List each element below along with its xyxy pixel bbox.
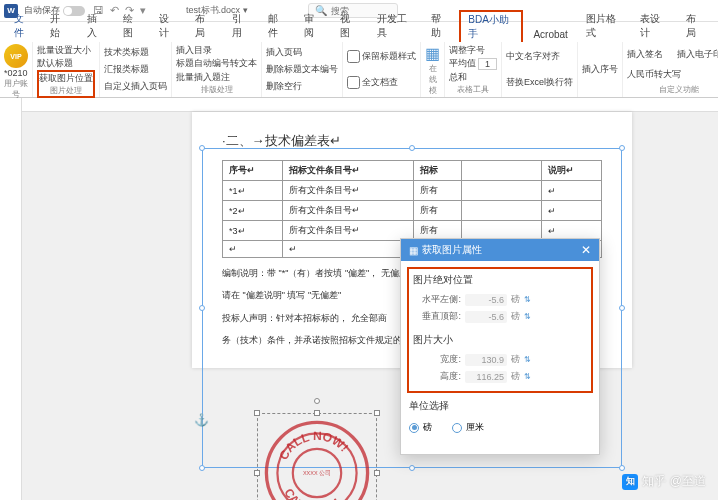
insert-seq-button[interactable]: 插入序号 <box>582 63 618 76</box>
table-header: 序号↵ <box>223 161 283 181</box>
spinner-icon[interactable]: ⇅ <box>524 312 534 321</box>
ribbon-group-7: 调整字号 平均值 1 总和 表格工具 <box>445 42 502 97</box>
ribbon-group-6: ▦ 在线模板 <box>421 42 445 97</box>
rotate-handle-icon[interactable] <box>314 398 320 404</box>
average-button[interactable]: 平均值 1 <box>449 57 497 70</box>
template-icon[interactable]: ▦ <box>425 44 440 63</box>
ribbon-group-9: 插入序号 <box>578 42 623 97</box>
ribbon-tabs: 文件 开始 插入 绘图 设计 布局 引用 邮件 审阅 视图 开发工具 帮助 BD… <box>0 22 718 42</box>
table-header: 招标文件条目号↵ <box>283 161 413 181</box>
tab-developer[interactable]: 开发工具 <box>369 10 422 42</box>
toggle-off-icon[interactable] <box>63 6 85 16</box>
horizontal-ruler[interactable] <box>22 98 718 112</box>
section-title-unit: 单位选择 <box>409 399 591 413</box>
unit-label: 磅 <box>511 293 520 306</box>
dialog-highlighted-section: 图片绝对位置 水平左侧: -5.6 磅 ⇅ 垂直顶部: -5.6 磅 ⇅ 图片大… <box>407 267 593 393</box>
batch-size-button[interactable]: 批量设置大小 <box>37 44 91 57</box>
unit-label: 磅 <box>511 310 520 323</box>
tab-view[interactable]: 视图 <box>332 10 366 42</box>
full-doc-check-checkbox[interactable]: 全文档查 <box>347 76 398 89</box>
table-header: 招标 <box>413 161 461 181</box>
tab-acrobat[interactable]: Acrobat <box>525 27 575 42</box>
keep-title-style-checkbox[interactable]: 保留标题样式 <box>347 50 416 63</box>
anchor-icon[interactable]: ⚓ <box>194 413 209 427</box>
tab-file[interactable]: 文件 <box>6 10 40 42</box>
radio-cm[interactable]: 厘米 <box>452 421 484 434</box>
ribbon-group-8: 中文名字对齐 替换Excel换行符 <box>502 42 578 97</box>
del-title-num-button[interactable]: 删除标题文本编号 <box>266 63 338 76</box>
tab-mailings[interactable]: 邮件 <box>260 10 294 42</box>
tab-references[interactable]: 引用 <box>224 10 258 42</box>
doc-section-title: ·二、→技术偏差表↵ <box>222 132 602 150</box>
radio-on-icon <box>409 423 419 433</box>
table-row: *2↵所有文件条目号↵所有↵ <box>223 201 602 221</box>
tab-layout[interactable]: 布局 <box>187 10 221 42</box>
height-value[interactable]: 116.25 <box>465 371 507 383</box>
tab-table-layout[interactable]: 布局 <box>678 10 712 42</box>
dialog-title-text: 获取图片属性 <box>422 243 482 257</box>
vip-badge-icon: VIP <box>4 44 28 68</box>
ribbon: VIP *0210 用户账号 批量设置大小 默认标题 获取图片位置 图片处理 技… <box>0 42 718 98</box>
spinner-icon[interactable]: ⇅ <box>524 372 534 381</box>
close-icon[interactable]: ✕ <box>581 243 591 257</box>
ribbon-group-3: 插入目录 标题自动编号转文本 批量插入题注 排版处理 <box>172 42 262 97</box>
section-title-size: 图片大小 <box>413 333 587 347</box>
default-title-button[interactable]: 默认标题 <box>37 57 73 70</box>
tab-picture-format[interactable]: 图片格式 <box>578 10 631 42</box>
table-row: 序号↵ 招标文件条目号↵ 招标 说明↵ <box>223 161 602 181</box>
del-empty-lines-button[interactable]: 删除空行 <box>266 80 302 93</box>
h-left-value[interactable]: -5.6 <box>465 294 507 306</box>
width-label: 宽度: <box>413 353 461 366</box>
spinner-icon[interactable]: ⇅ <box>524 295 534 304</box>
ribbon-group-2: 技术类标题 汇报类标题 自定义插入页码 <box>100 42 172 97</box>
v-top-value[interactable]: -5.6 <box>465 311 507 323</box>
vertical-ruler[interactable] <box>0 98 22 500</box>
tech-title-button[interactable]: 技术类标题 <box>104 46 149 59</box>
group-label-custom: 自定义功能 <box>627 84 718 95</box>
insert-toc-button[interactable]: 插入目录 <box>176 44 212 57</box>
group-label-image: 图片处理 <box>39 85 93 96</box>
cn-name-align-button[interactable]: 中文名字对齐 <box>506 50 560 63</box>
rmb-upper-button[interactable]: 人民币转大写 <box>627 68 681 81</box>
get-image-position-button[interactable]: 获取图片位置 <box>39 72 93 85</box>
highlighted-get-image-pos: 获取图片位置 图片处理 <box>37 70 95 98</box>
sum-button[interactable]: 总和 <box>449 71 467 84</box>
image-properties-dialog[interactable]: ▦获取图片属性 ✕ 图片绝对位置 水平左侧: -5.6 磅 ⇅ 垂直顶部: -5… <box>400 238 600 455</box>
radio-pt[interactable]: 磅 <box>409 421 432 434</box>
font-size-button[interactable]: 调整字号 <box>449 44 485 57</box>
tab-review[interactable]: 审阅 <box>296 10 330 42</box>
custom-page-num-button[interactable]: 自定义插入页码 <box>104 80 167 93</box>
unit-label: 磅 <box>511 353 520 366</box>
table-header: 说明↵ <box>541 161 601 181</box>
watermark: 知 知乎 @至道 <box>622 473 706 490</box>
height-label: 高度: <box>413 370 461 383</box>
group-label-user: 用户账号 <box>4 78 28 100</box>
ribbon-group-5: 保留标题样式 全文档查 <box>343 42 421 97</box>
dialog-titlebar[interactable]: ▦获取图片属性 ✕ <box>401 239 599 261</box>
replace-excel-br-button[interactable]: 替换Excel换行符 <box>506 76 573 89</box>
group-label-table: 表格工具 <box>449 84 497 95</box>
ribbon-group-user: VIP *0210 用户账号 <box>0 42 33 97</box>
tab-table-design[interactable]: 表设计 <box>632 10 675 42</box>
title-autonum-button[interactable]: 标题自动编号转文本 <box>176 57 257 70</box>
report-title-button[interactable]: 汇报类标题 <box>104 63 149 76</box>
tab-bda-helper[interactable]: BDA小助手 <box>459 10 523 42</box>
insert-stamp-button[interactable]: 插入电子印章 <box>677 48 718 61</box>
batch-caption-button[interactable]: 批量插入题注 <box>176 71 230 84</box>
group-label-layout: 排版处理 <box>176 84 257 95</box>
width-value[interactable]: 130.9 <box>465 354 507 366</box>
insert-sign-button[interactable]: 插入签名 <box>627 48 663 61</box>
unit-label: 磅 <box>511 370 520 383</box>
ribbon-group-10: 插入签名插入电子印章 人民币转大写 自定义功能 <box>623 42 718 97</box>
dialog-icon: ▦ <box>409 245 418 256</box>
document-canvas: ·二、→技术偏差表↵ 序号↵ 招标文件条目号↵ 招标 说明↵ *1↵所有文件条目… <box>0 98 718 500</box>
zhihu-logo-icon: 知 <box>622 474 638 490</box>
spinner-icon[interactable]: ⇅ <box>524 355 534 364</box>
insert-pagenum-button[interactable]: 插入页码 <box>266 46 302 59</box>
tab-design[interactable]: 设计 <box>151 10 185 42</box>
tab-help[interactable]: 帮助 <box>423 10 457 42</box>
radio-off-icon <box>452 423 462 433</box>
tab-draw[interactable]: 绘图 <box>115 10 149 42</box>
tab-insert[interactable]: 插入 <box>79 10 113 42</box>
stamp-selection-frame[interactable] <box>257 413 377 500</box>
